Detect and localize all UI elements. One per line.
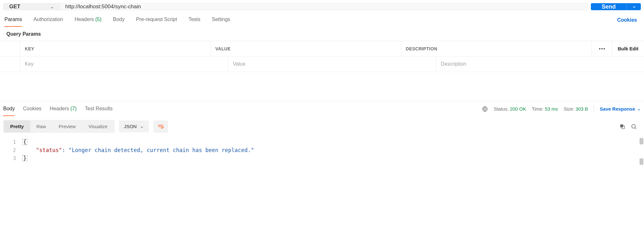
scrollbar-thumb[interactable] xyxy=(640,158,643,165)
tab-headers-label: Headers xyxy=(75,17,94,22)
response-header: Body Cookies Headers (7) Test Results St… xyxy=(0,101,644,117)
spacer xyxy=(0,72,644,101)
cookies-link[interactable]: Cookies xyxy=(617,17,640,23)
key-cell xyxy=(20,56,228,72)
resp-tab-test-results[interactable]: Test Results xyxy=(85,102,113,116)
checkbox-cell xyxy=(0,56,20,72)
resp-tab-headers-count: (7) xyxy=(70,106,77,111)
line-number: 2 xyxy=(0,148,22,153)
checkbox-header-cell xyxy=(0,41,20,56)
tab-params[interactable]: Params xyxy=(4,13,22,27)
open-brace: { xyxy=(22,139,27,145)
url-group: GET xyxy=(3,3,588,10)
save-response-label: Save Response xyxy=(600,106,635,112)
view-mode-visualize[interactable]: Visualize xyxy=(82,120,114,132)
language-select[interactable]: JSON xyxy=(119,120,149,132)
method-value: GET xyxy=(9,4,20,10)
line-number: 3 xyxy=(0,156,22,161)
status-stat: Status: 200 OK xyxy=(494,106,526,112)
line-number: 1 xyxy=(0,139,22,145)
svg-rect-4 xyxy=(620,124,623,127)
tab-pre-request-script[interactable]: Pre-request Script xyxy=(136,13,177,27)
description-input[interactable] xyxy=(441,61,640,67)
code-line: 3 } xyxy=(0,154,644,162)
chevron-down-icon xyxy=(632,5,636,9)
tab-tests[interactable]: Tests xyxy=(188,13,200,27)
tab-authorization[interactable]: Authorization xyxy=(33,13,63,27)
tab-body[interactable]: Body xyxy=(113,13,124,27)
chevron-down-icon xyxy=(637,107,641,111)
code-line: 2 "status" : "Longer chain detected, cur… xyxy=(0,146,644,154)
description-cell xyxy=(436,56,644,72)
params-header-row: KEY VALUE DESCRIPTION Bulk Edit xyxy=(0,41,644,56)
time-value: 53 ms xyxy=(545,106,558,112)
value-cell xyxy=(228,56,437,72)
column-value: VALUE xyxy=(211,41,402,56)
status-label: Status: xyxy=(494,106,509,112)
time-stat: Time: 53 ms xyxy=(532,106,558,112)
view-mode-raw[interactable]: Raw xyxy=(30,120,52,132)
send-more-button[interactable] xyxy=(626,3,641,10)
view-mode-pretty[interactable]: Pretty xyxy=(4,120,30,132)
scrollbar-thumb[interactable] xyxy=(640,138,643,144)
column-description: DESCRIPTION xyxy=(401,41,592,56)
close-brace: } xyxy=(22,155,27,161)
size-value: 303 B xyxy=(576,106,588,112)
column-key: KEY xyxy=(20,41,211,56)
key-input[interactable] xyxy=(25,61,224,67)
params-input-row xyxy=(0,56,644,72)
wrap-lines-button[interactable] xyxy=(153,120,168,133)
copy-button[interactable] xyxy=(619,123,626,130)
globe-icon[interactable] xyxy=(482,106,488,112)
tab-headers[interactable]: Headers (5) xyxy=(75,13,102,27)
section-title-query-params: Query Params xyxy=(0,27,644,41)
viewer-toolbar-right xyxy=(619,123,641,130)
view-modes: Pretty Raw Preview Visualize xyxy=(3,120,115,133)
json-colon: : xyxy=(62,147,65,153)
json-key: "status" xyxy=(36,147,62,153)
size-stat: Size: 303 B xyxy=(564,106,588,112)
time-label: Time: xyxy=(532,106,543,112)
chevron-down-icon xyxy=(50,5,54,9)
resp-tab-body[interactable]: Body xyxy=(3,102,15,116)
value-input[interactable] xyxy=(233,61,432,67)
tab-headers-count: (5) xyxy=(95,17,102,22)
params-table: KEY VALUE DESCRIPTION Bulk Edit xyxy=(0,41,644,72)
request-tabs-row: Params Authorization Headers (5) Body Pr… xyxy=(0,13,644,27)
response-tabs: Body Cookies Headers (7) Test Results xyxy=(3,102,482,116)
chevron-down-icon xyxy=(140,125,144,128)
svg-point-5 xyxy=(632,124,635,128)
svg-line-6 xyxy=(635,128,636,129)
resp-tab-headers[interactable]: Headers (7) xyxy=(50,102,77,116)
save-response-button[interactable]: Save Response xyxy=(600,106,641,112)
send-button-group: Send xyxy=(591,3,641,10)
search-button[interactable] xyxy=(631,123,637,130)
request-tabs: Params Authorization Headers (5) Body Pr… xyxy=(4,13,617,27)
separator xyxy=(594,106,594,113)
status-value: 200 OK xyxy=(510,106,526,112)
resp-tab-headers-label: Headers xyxy=(50,106,69,111)
response-body-viewer[interactable]: 1 { 2 "status" : "Longer chain detected,… xyxy=(0,136,644,165)
view-mode-preview[interactable]: Preview xyxy=(52,120,82,132)
json-value: "Longer chain detected, current chain ha… xyxy=(68,147,254,153)
language-value: JSON xyxy=(124,124,137,129)
more-icon xyxy=(599,48,605,49)
size-label: Size: xyxy=(564,106,574,112)
code-line: 1 { xyxy=(0,138,644,146)
response-meta: Status: 200 OK Time: 53 ms Size: 303 B S… xyxy=(482,106,641,113)
method-select[interactable]: GET xyxy=(4,4,60,10)
url-input[interactable] xyxy=(60,4,587,10)
tab-settings[interactable]: Settings xyxy=(212,13,230,27)
request-bar: GET Send xyxy=(0,0,644,13)
resp-tab-cookies[interactable]: Cookies xyxy=(23,102,41,116)
params-more-options[interactable] xyxy=(592,41,612,56)
viewer-toolbar: Pretty Raw Preview Visualize JSON xyxy=(0,117,644,136)
send-button[interactable]: Send xyxy=(591,3,626,10)
bulk-edit-link[interactable]: Bulk Edit xyxy=(612,41,644,56)
